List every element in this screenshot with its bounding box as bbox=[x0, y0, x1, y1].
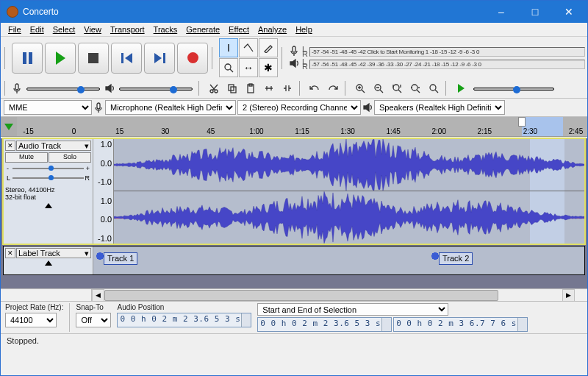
snap-to-select[interactable]: Off bbox=[76, 313, 111, 327]
undo-button[interactable] bbox=[306, 80, 323, 96]
svg-rect-2 bbox=[15, 84, 18, 90]
timeshift-tool[interactable]: ↔ bbox=[239, 58, 258, 77]
vertical-scale[interactable]: 1.00.0-1.0 1.00.0-1.0 bbox=[93, 139, 114, 244]
playback-volume-slider[interactable] bbox=[104, 83, 195, 93]
track-menu-dropdown[interactable]: Label Track▾ bbox=[16, 248, 91, 258]
label-area[interactable]: Track 1 Track 2 bbox=[93, 246, 584, 274]
menu-edit[interactable]: Edit bbox=[26, 24, 49, 35]
audio-track[interactable]: ✕ Audio Track▾ Mute Solo -+ LR Stereo, 4… bbox=[3, 138, 585, 244]
stop-button[interactable] bbox=[78, 43, 109, 74]
envelope-tool[interactable] bbox=[239, 38, 258, 57]
gain-slider[interactable]: -+ bbox=[7, 165, 90, 172]
skip-end-icon bbox=[154, 53, 165, 63]
trim-button[interactable] bbox=[261, 80, 277, 96]
playback-meter[interactable]: LR -57 -54 -51 -48 -45 -42 -39 -36 -33 -… bbox=[289, 58, 585, 70]
speaker-icon bbox=[104, 83, 115, 93]
solo-button[interactable]: Solo bbox=[49, 152, 91, 163]
pinned-play-head[interactable] bbox=[1, 117, 17, 136]
minimize-button[interactable]: – bbox=[484, 1, 518, 23]
close-button[interactable]: ✕ bbox=[552, 1, 586, 23]
menu-tracks[interactable]: Tracks bbox=[149, 24, 182, 35]
menu-generate[interactable]: Generate bbox=[182, 24, 224, 35]
track-bitdepth-label: 32-bit float bbox=[5, 194, 91, 201]
audio-host-select[interactable]: MME bbox=[4, 100, 92, 115]
record-button[interactable] bbox=[177, 43, 208, 74]
stop-icon bbox=[88, 53, 98, 63]
skip-end-button[interactable] bbox=[144, 43, 175, 74]
track-close-button[interactable]: ✕ bbox=[5, 248, 15, 258]
redo-button[interactable] bbox=[325, 80, 341, 96]
recording-meter[interactable]: LR -57 -54 -51 -48 -45 -42 Click to Star… bbox=[289, 46, 585, 57]
time-ruler[interactable]: -15 0 15 30 45 1:00 1:15 1:30 1:45 2:00 … bbox=[17, 117, 587, 136]
playback-speed-slider[interactable] bbox=[471, 86, 556, 91]
play-button[interactable] bbox=[45, 43, 76, 74]
zoom-icon bbox=[223, 63, 234, 73]
envelope-icon bbox=[243, 43, 254, 53]
zoom-in-button[interactable] bbox=[352, 80, 368, 96]
waveform-graphic bbox=[114, 191, 584, 244]
track-close-button[interactable]: ✕ bbox=[5, 141, 15, 151]
waveform-right[interactable] bbox=[114, 191, 584, 244]
titlebar: Concerto – □ ✕ bbox=[1, 1, 587, 23]
draw-tool[interactable] bbox=[259, 38, 278, 57]
fit-selection-button[interactable] bbox=[389, 80, 405, 96]
waveform-area[interactable] bbox=[114, 139, 584, 244]
project-rate-label: Project Rate (Hz): bbox=[5, 303, 63, 311]
copy-icon bbox=[227, 83, 237, 93]
track-control-panel: ✕ Audio Track▾ Mute Solo -+ LR Stereo, 4… bbox=[4, 139, 93, 244]
mute-button[interactable]: Mute bbox=[5, 152, 48, 163]
selection-start-field[interactable]: 0 0 h 0 2 m 2 3.6 5 3 s bbox=[257, 317, 392, 332]
skip-start-button[interactable] bbox=[111, 43, 142, 74]
waveform-left[interactable] bbox=[114, 139, 584, 191]
fit-project-icon bbox=[410, 83, 420, 93]
recording-channels-select[interactable]: 2 (Stereo) Recording Channels bbox=[237, 100, 361, 115]
copy-button[interactable] bbox=[224, 80, 240, 96]
speaker-icon bbox=[289, 58, 301, 70]
menu-effect[interactable]: Effect bbox=[224, 24, 254, 35]
track-menu-dropdown[interactable]: Audio Track▾ bbox=[16, 141, 91, 151]
silence-button[interactable] bbox=[279, 80, 295, 96]
menubar: File Edit Select View Transport Tracks G… bbox=[1, 23, 587, 37]
play-at-speed-button[interactable] bbox=[453, 80, 469, 96]
label-marker[interactable]: Track 1 bbox=[104, 252, 137, 265]
project-rate-select[interactable]: 44100 bbox=[5, 313, 57, 327]
pause-button[interactable] bbox=[12, 43, 43, 74]
svg-point-13 bbox=[430, 85, 436, 91]
maximize-button[interactable]: □ bbox=[518, 1, 552, 23]
fit-project-button[interactable] bbox=[407, 80, 423, 96]
menu-transport[interactable]: Transport bbox=[106, 24, 149, 35]
pencil-icon bbox=[263, 43, 273, 53]
paste-icon bbox=[245, 83, 256, 93]
menu-select[interactable]: Select bbox=[49, 24, 80, 35]
horizontal-scrollbar[interactable]: ◀ ▶ bbox=[1, 288, 587, 301]
timeline[interactable]: -15 0 15 30 45 1:00 1:15 1:30 1:45 2:00 … bbox=[1, 117, 587, 137]
tracks-area: ✕ Audio Track▾ Mute Solo -+ LR Stereo, 4… bbox=[1, 138, 587, 288]
menu-file[interactable]: File bbox=[4, 24, 26, 35]
zoom-tool[interactable] bbox=[219, 58, 238, 77]
selection-mode-select[interactable]: Start and End of Selection bbox=[257, 303, 448, 316]
menu-view[interactable]: View bbox=[79, 24, 106, 35]
cut-button[interactable] bbox=[206, 80, 222, 96]
paste-button[interactable] bbox=[243, 80, 259, 96]
menu-analyze[interactable]: Analyze bbox=[254, 24, 291, 35]
menu-help[interactable]: Help bbox=[291, 24, 317, 35]
snap-to-label: Snap-To bbox=[76, 303, 111, 311]
track-collapse-button[interactable] bbox=[45, 203, 52, 208]
zoom-toggle-button[interactable] bbox=[426, 80, 442, 96]
zoom-out-button[interactable] bbox=[370, 80, 387, 96]
pan-slider[interactable]: LR bbox=[7, 174, 90, 182]
playback-device-select[interactable]: Speakers (Realtek High Definiti bbox=[374, 100, 505, 115]
label-track[interactable]: ✕ Label Track▾ Track 1 Track 2 bbox=[3, 246, 585, 275]
recording-device-select[interactable]: Microphone (Realtek High Defini bbox=[105, 100, 236, 115]
selection-tool[interactable]: I bbox=[219, 38, 238, 57]
device-toolbar: MME Microphone (Realtek High Defini 2 (S… bbox=[1, 99, 587, 117]
scroll-right-button[interactable]: ▶ bbox=[562, 289, 575, 302]
scroll-left-button[interactable]: ◀ bbox=[92, 289, 104, 302]
label-marker[interactable]: Track 2 bbox=[439, 252, 473, 265]
audio-position-field[interactable]: 0 0 h 0 2 m 2 3.6 5 3 s bbox=[117, 313, 251, 327]
multi-tool[interactable]: ✱ bbox=[259, 58, 278, 77]
zoom-out-icon bbox=[373, 83, 384, 93]
track-collapse-button[interactable] bbox=[45, 260, 52, 266]
selection-end-field[interactable]: 0 0 h 0 2 m 3 6.7 7 6 s bbox=[393, 317, 528, 332]
recording-volume-slider[interactable] bbox=[12, 83, 102, 93]
